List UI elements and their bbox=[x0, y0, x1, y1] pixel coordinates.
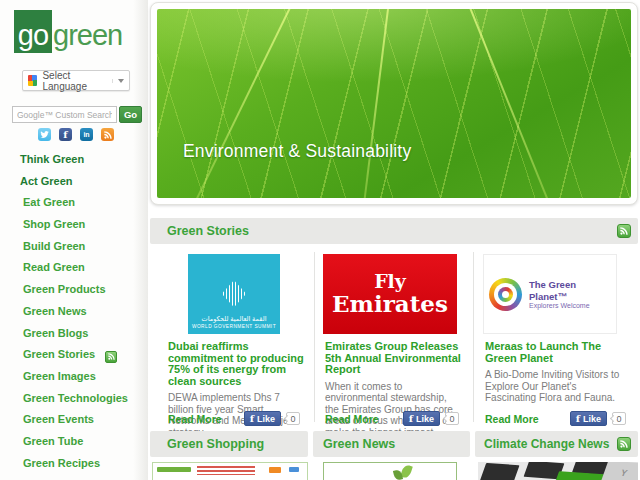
facebook-like-widget: f Like 0 bbox=[570, 411, 626, 426]
fly-emirates-thumbnail[interactable]: Fly Emirates bbox=[323, 254, 457, 334]
like-label: Like bbox=[257, 414, 275, 424]
sidebar-item-eat-green[interactable]: Eat Green bbox=[0, 192, 148, 214]
social-icons: f in bbox=[38, 128, 114, 141]
leaf-vein bbox=[362, 9, 390, 198]
linkedin-icon[interactable]: in bbox=[80, 128, 93, 141]
story-title[interactable]: Meraas to Launch The Green Planet bbox=[485, 341, 630, 364]
rss-icon[interactable] bbox=[617, 224, 631, 238]
chevron-down-icon bbox=[112, 79, 124, 83]
facebook-like-widget: f Like 0 bbox=[244, 411, 300, 426]
logo-go-block: go bbox=[14, 10, 52, 53]
story-card: Fly Emirates Emirates Group Releases 5th… bbox=[320, 250, 471, 428]
world-government-summit-logo-icon bbox=[217, 280, 251, 307]
like-label: Like bbox=[416, 414, 434, 424]
sidebar-item-green-images[interactable]: Green Images bbox=[0, 366, 148, 388]
twitter-icon[interactable] bbox=[38, 128, 51, 141]
story-excerpt: When it comes to environmental stewardsh… bbox=[325, 381, 461, 439]
world-government-summit-thumbnail[interactable]: القمة العالمية للحكومات WORLD GOVERNMENT… bbox=[188, 254, 280, 334]
green-shopping-section-header: Green Shopping bbox=[150, 431, 308, 457]
search-go-button[interactable]: Go bbox=[119, 106, 142, 123]
green-planet-spiral-logo-icon bbox=[489, 278, 522, 311]
rss-icon[interactable] bbox=[617, 437, 631, 451]
sidebar-item-green-blogs[interactable]: Green Blogs bbox=[0, 323, 148, 345]
language-selector[interactable]: Select Language bbox=[22, 70, 130, 91]
climate-change-news-section-header: Climate Change News bbox=[475, 431, 638, 457]
story-card: The Green Planet™ Explorers Welcome Mera… bbox=[478, 250, 638, 428]
climate-change-news-title: Climate Change News bbox=[484, 437, 609, 451]
facebook-like-button[interactable]: f Like bbox=[403, 411, 440, 426]
search-input[interactable] bbox=[12, 106, 117, 123]
rss-icon[interactable] bbox=[105, 351, 117, 363]
sidebar-nav: Think Green Act Green Eat Green Shop Gre… bbox=[0, 149, 148, 480]
google-translate-icon bbox=[28, 75, 37, 86]
emirates-logo-line1: Fly bbox=[374, 272, 406, 292]
sidebar-item-act-green[interactable]: Act Green bbox=[0, 171, 148, 193]
sidebar-item-green-news[interactable]: Green News bbox=[0, 301, 148, 323]
sidebar-item-green-sites[interactable]: Green Sites bbox=[0, 474, 148, 480]
climate-change-news-thumbnail[interactable]: Y bbox=[478, 462, 638, 480]
sidebar-item-think-green[interactable]: Think Green bbox=[0, 149, 148, 171]
wgs-english-caption: WORLD GOVERNMENT SUMMIT bbox=[192, 324, 276, 329]
card-divider bbox=[314, 252, 315, 422]
page: go green Select Language Go f in Think G… bbox=[0, 0, 640, 480]
sidebar-item-green-recipes[interactable]: Green Recipes bbox=[0, 453, 148, 475]
sidebar-item-read-green[interactable]: Read Green bbox=[0, 257, 148, 279]
story-footer: Read More f Like 0 bbox=[485, 411, 626, 426]
shop-link-decoration bbox=[289, 467, 299, 472]
hero-caption: Environment & Sustainability bbox=[183, 141, 411, 162]
sidebar-item-green-events[interactable]: Green Events bbox=[0, 409, 148, 431]
leaf-vein bbox=[464, 9, 554, 198]
facebook-icon: f bbox=[576, 413, 580, 424]
story-title[interactable]: Emirates Group Releases 5th Annual Envir… bbox=[325, 341, 463, 376]
like-count: 0 bbox=[445, 412, 459, 425]
sidebar-item-green-tube[interactable]: Green Tube bbox=[0, 431, 148, 453]
sidebar-item-green-products[interactable]: Green Products bbox=[0, 279, 148, 301]
green-shopping-title: Green Shopping bbox=[167, 437, 264, 451]
keyboard-key-with-symbol: Y bbox=[601, 462, 638, 480]
green-stories-title: Green Stories bbox=[167, 224, 249, 238]
story-excerpt: A Bio-Dome Inviting Visitors to Explore … bbox=[485, 369, 628, 404]
search-bar: Go bbox=[12, 106, 142, 123]
language-selector-label: Select Language bbox=[42, 70, 107, 92]
facebook-icon: f bbox=[409, 413, 413, 424]
green-news-thumbnail[interactable] bbox=[323, 462, 457, 480]
sidebar-item-shop-green[interactable]: Shop Green bbox=[0, 214, 148, 236]
sidebar: go green Select Language Go f in Think G… bbox=[0, 0, 148, 480]
like-label: Like bbox=[583, 414, 601, 424]
rss-icon[interactable] bbox=[101, 128, 114, 141]
green-shopping-thumbnail[interactable] bbox=[152, 462, 308, 480]
wgs-arabic-caption: القمة العالمية للحكومات bbox=[202, 314, 267, 324]
story-title[interactable]: Dubai reaffirms commitment to producing … bbox=[168, 341, 304, 387]
facebook-like-widget: f Like 0 bbox=[403, 411, 459, 426]
green-planet-thumbnail[interactable]: The Green Planet™ Explorers Welcome bbox=[483, 254, 617, 334]
logo-green-text: green bbox=[53, 21, 122, 53]
sidebar-item-green-stories[interactable]: Green Stories bbox=[0, 344, 148, 366]
facebook-icon[interactable]: f bbox=[59, 128, 72, 141]
green-news-section-header: Green News bbox=[313, 431, 470, 457]
story-footer: Read More f Like 0 bbox=[168, 411, 300, 426]
read-more-link[interactable]: Read More bbox=[168, 413, 222, 425]
site-logo[interactable]: go green bbox=[14, 10, 122, 53]
hero-banner: Environment & Sustainability bbox=[150, 2, 638, 205]
green-stories-section-header: Green Stories bbox=[150, 218, 638, 244]
sidebar-item-green-technologies[interactable]: Green Technologies bbox=[0, 388, 148, 410]
like-count: 0 bbox=[286, 412, 300, 425]
sidebar-item-green-stories-label: Green Stories bbox=[23, 348, 95, 360]
facebook-icon: f bbox=[250, 413, 254, 424]
read-more-link[interactable]: Read More bbox=[325, 413, 379, 425]
green-news-title: Green News bbox=[323, 437, 395, 451]
like-count: 0 bbox=[612, 412, 626, 425]
story-footer: Read More f Like 0 bbox=[325, 411, 459, 426]
shop-button-decoration bbox=[269, 467, 281, 473]
read-more-link[interactable]: Read More bbox=[485, 413, 539, 425]
facebook-like-button[interactable]: f Like bbox=[244, 411, 281, 426]
green-planet-title: The Green Planet™ bbox=[529, 279, 611, 302]
leaf-banner-image: Environment & Sustainability bbox=[157, 9, 631, 198]
story-card: القمة العالمية للحكومات WORLD GOVERNMENT… bbox=[160, 250, 312, 428]
green-planet-logo-text: The Green Planet™ Explorers Welcome bbox=[529, 279, 611, 309]
keyboard-key bbox=[478, 463, 519, 480]
sidebar-item-build-green[interactable]: Build Green bbox=[0, 236, 148, 258]
ecostore-logo-decoration bbox=[157, 467, 191, 472]
facebook-like-button[interactable]: f Like bbox=[570, 411, 607, 426]
leaf-vein bbox=[191, 9, 296, 198]
